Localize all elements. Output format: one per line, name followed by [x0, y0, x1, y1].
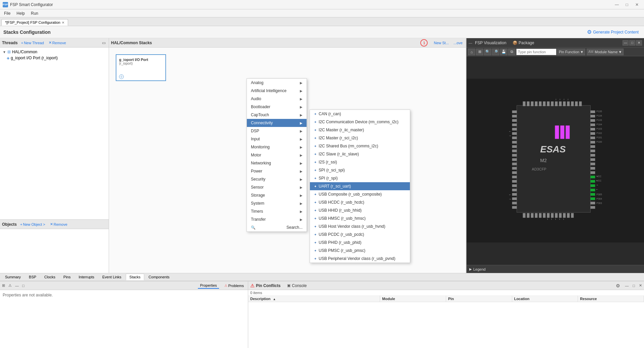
- submenu-i2c-master-iic[interactable]: ✦ I2C Master (r_iic_master): [310, 126, 410, 134]
- new-stack-button[interactable]: New St...: [432, 40, 450, 46]
- menu-transfer-label: Transfer: [251, 217, 266, 222]
- viz-save-icon[interactable]: 💾: [500, 49, 507, 55]
- col-description-sort[interactable]: ▲: [273, 297, 276, 301]
- menu-help[interactable]: Help: [14, 10, 28, 16]
- menu-security[interactable]: Security ▶: [247, 175, 307, 183]
- new-object-button[interactable]: + New Object >: [19, 222, 47, 227]
- menu-file[interactable]: File: [1, 10, 13, 16]
- submenu-uart[interactable]: ✦ UART (r_sci_uart): [310, 182, 410, 190]
- close-bottom-right[interactable]: ✕: [639, 283, 642, 288]
- tab-interrupts[interactable]: Interrupts: [75, 274, 98, 280]
- submenu-usb-hvnd[interactable]: ✦ USB Host Vendor class (r_usb_hvnd): [310, 222, 410, 230]
- submenu-usb-phid[interactable]: ✦ USB PHID (r_usb_phid): [310, 238, 410, 247]
- menu-storage[interactable]: Storage ▶: [247, 191, 307, 199]
- tab-properties[interactable]: Properties: [198, 283, 219, 289]
- tab-pins[interactable]: Pins: [60, 274, 74, 280]
- tab-clocks[interactable]: Clocks: [41, 274, 59, 280]
- menu-power[interactable]: Power ▶: [247, 167, 307, 175]
- ioport-stack-block[interactable]: g_ioport I/O Port (r_ioport) ①: [116, 54, 166, 81]
- tab-summary[interactable]: Summary: [1, 274, 24, 280]
- menu-run[interactable]: Run: [28, 10, 41, 16]
- pin-function-input[interactable]: [516, 49, 556, 55]
- generate-project-button[interactable]: ⚙ Generate Project Content: [584, 27, 641, 37]
- legend-bar[interactable]: ▶ Legend: [467, 265, 644, 273]
- submenu-usb-pvnd[interactable]: ✦ USB Peripheral Vendor class (r_usb_pvn…: [310, 255, 410, 263]
- submenu-usb-hhid[interactable]: ✦ USB HHID (r_usb_hhid): [310, 206, 410, 214]
- tab-fsp-configuration[interactable]: *[FSP_Project] FSP Configuration ✕: [1, 19, 68, 26]
- tab-close-icon[interactable]: ✕: [62, 21, 64, 24]
- submenu-spi[interactable]: ✦ SPI (r_spi): [310, 174, 410, 182]
- tab-event-links[interactable]: Event Links: [99, 274, 125, 280]
- console-tab[interactable]: ▣ Console: [287, 283, 307, 288]
- menu-analog[interactable]: Analog ▶: [247, 79, 307, 87]
- tab-bsp[interactable]: BSP: [25, 274, 40, 280]
- minimize-bottom-right[interactable]: —: [625, 284, 629, 288]
- console-label: Console: [292, 283, 307, 288]
- tab-problems[interactable]: ⚠ Problems: [222, 283, 246, 288]
- viz-search-icon[interactable]: 🔍: [484, 49, 491, 55]
- right-panel-minimize-btn[interactable]: —: [623, 40, 629, 46]
- menu-audio[interactable]: Audio ▶: [247, 95, 307, 103]
- tab-components[interactable]: Components: [145, 274, 173, 280]
- close-button[interactable]: ✕: [633, 2, 641, 8]
- menu-ai[interactable]: Artificial Intelligence ▶: [247, 87, 307, 95]
- package-tab[interactable]: 📦 Package: [513, 41, 534, 45]
- remove-object-button[interactable]: ✕ Remove: [49, 221, 69, 227]
- filter-icon[interactable]: ⚙: [616, 283, 620, 288]
- menu-connectivity[interactable]: Connectivity ▶: [247, 119, 307, 127]
- menu-system[interactable]: System ▶: [247, 199, 307, 207]
- submenu-i2c-slave[interactable]: ✦ I2C Slave (r_iic_slave): [310, 150, 410, 158]
- submenu-usb-composite[interactable]: ✦ USB Composite (r_usb_composite): [310, 190, 410, 198]
- tree-item-ioport[interactable]: ◈ g_ioport I/O Port (r_ioport): [0, 55, 109, 61]
- items-count: 0 items: [248, 290, 644, 296]
- collapse-thread-button[interactable]: ▭: [101, 40, 107, 46]
- submenu-i2s[interactable]: ✦ I2S (r_ssi): [310, 158, 410, 166]
- viz-home-icon[interactable]: ⌂: [468, 49, 475, 55]
- module-name-dropdown[interactable]: AM Module Name ▼: [587, 49, 624, 55]
- menu-search[interactable]: 🔍 Search...: [247, 223, 307, 231]
- tree-item-hal-common[interactable]: ▼ ⊞ HAL/Common: [0, 49, 109, 55]
- submenu-i2c-shared[interactable]: ✦ I2C Shared Bus (rm_comms_i2c): [310, 142, 410, 150]
- submenu-i2c-master-sci[interactable]: ✦ I2C Master (r_sci_i2c): [310, 134, 410, 142]
- menu-captouch[interactable]: CapTouch ▶: [247, 111, 307, 119]
- right-panel-maximize-btn[interactable]: □: [629, 40, 635, 46]
- remove-thread-button[interactable]: ✕ Remove: [47, 40, 67, 46]
- submenu-can[interactable]: ✦ CAN (r_can): [310, 110, 410, 118]
- viz-search2-icon[interactable]: 🔎: [492, 49, 499, 55]
- menu-motor[interactable]: Motor ▶: [247, 151, 307, 159]
- bottom-left-icon4[interactable]: □: [22, 284, 24, 288]
- connectivity-submenu[interactable]: ✦ CAN (r_can) ✦ I2C Communication Device…: [310, 110, 410, 263]
- fsp-viz-minimize-icon[interactable]: —: [469, 41, 472, 45]
- new-thread-button[interactable]: + New Thread: [20, 40, 45, 46]
- submenu-usb-hcdc[interactable]: ✦ USB HCDC (r_usb_hcdc): [310, 198, 410, 206]
- remove-stack-button[interactable]: ...ove: [452, 40, 464, 46]
- maximize-bottom-right[interactable]: □: [633, 284, 635, 288]
- context-menu[interactable]: Analog ▶ Artificial Intelligence ▶ Audio…: [247, 78, 307, 232]
- bottom-left-icon2[interactable]: ⚠: [8, 283, 12, 288]
- submenu-usb-pmsc[interactable]: ✦ USB PMSC (r_usb_pmsc): [310, 247, 410, 255]
- submenu-usb-hmsc[interactable]: ✦ USB HMSC (r_usb_hmsc): [310, 214, 410, 222]
- menu-networking[interactable]: Networking ▶: [247, 159, 307, 167]
- minimize-button[interactable]: —: [612, 2, 621, 8]
- tab-stacks[interactable]: Stacks: [126, 274, 144, 280]
- right-panel-close-btn[interactable]: ✕: [636, 40, 642, 46]
- viz-chip-icon[interactable]: ⊞: [476, 49, 483, 55]
- menu-security-label: Security: [251, 177, 265, 182]
- bottom-left-icon3[interactable]: —: [15, 284, 19, 288]
- submenu-spi-sci[interactable]: ✦ SPI (r_sci_spi): [310, 166, 410, 174]
- menu-sensor[interactable]: Sensor ▶: [247, 183, 307, 191]
- bottom-left-icon1[interactable]: ⊞: [2, 283, 5, 288]
- svg-text:P303: P303: [596, 202, 602, 204]
- menu-transfer[interactable]: Transfer ▶: [247, 215, 307, 223]
- menu-monitoring[interactable]: Monitoring ▶: [247, 143, 307, 151]
- menu-input[interactable]: Input ▶: [247, 135, 307, 143]
- maximize-button[interactable]: □: [623, 2, 631, 8]
- viz-copy-icon[interactable]: ⧉: [508, 49, 516, 55]
- menu-dsp[interactable]: DSP ▶: [247, 127, 307, 135]
- svg-text:VCC: VCC: [596, 180, 601, 182]
- submenu-i2c-comms-device[interactable]: ✦ I2C Communication Device (rm_comms_i2c…: [310, 118, 410, 126]
- submenu-usb-pcdc[interactable]: ✦ USB PCDC (r_usb_pcdc): [310, 230, 410, 238]
- pin-function-dropdown[interactable]: Pin Function ▼: [557, 49, 585, 55]
- menu-timers[interactable]: Timers ▶: [247, 207, 307, 215]
- menu-bootloader[interactable]: Bootloader ▶: [247, 103, 307, 111]
